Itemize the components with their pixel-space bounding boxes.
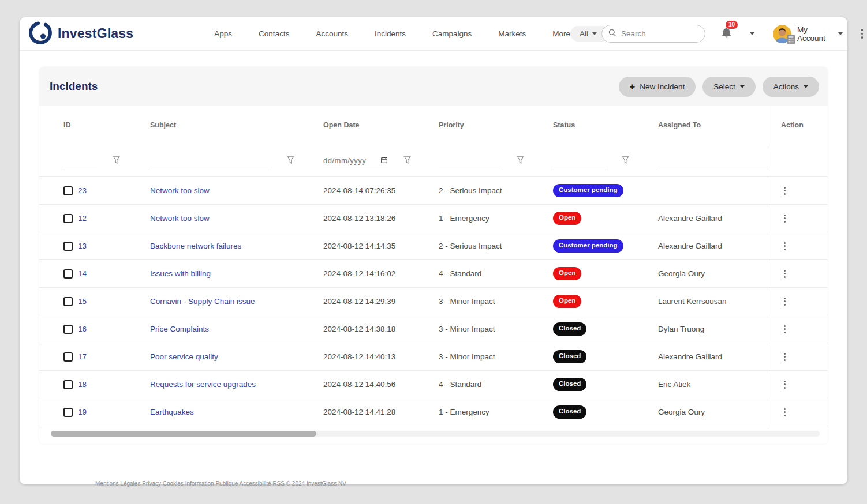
row-checkbox[interactable]	[63, 408, 73, 417]
footer-links[interactable]: Mentions Légales Privacy Cookies Informa…	[95, 480, 346, 487]
my-account-menu[interactable]: My Account	[797, 25, 843, 43]
calendar-icon[interactable]	[380, 156, 388, 166]
table-row: 12 Network too slow 2024-08-12 13:18:26 …	[39, 204, 828, 232]
assigned-to-filter-input[interactable]	[658, 154, 767, 170]
priority-value: 3 - Minor Impact	[439, 352, 495, 361]
row-actions-kebab-icon[interactable]	[781, 239, 788, 253]
column-header-action: Action	[768, 106, 828, 144]
row-checkbox[interactable]	[63, 352, 73, 362]
table-filter-row: dd/mm/yyyy	[39, 144, 828, 176]
incident-id-link[interactable]: 12	[78, 214, 87, 223]
nav-item-incidents[interactable]: Incidents	[375, 29, 406, 38]
nav-item-markets[interactable]: Markets	[498, 29, 526, 38]
status-badge: Customer pending	[553, 239, 623, 253]
nav-item-campaigns[interactable]: Campaigns	[432, 29, 472, 38]
filter-funnel-icon[interactable]	[621, 156, 630, 167]
incident-id-link[interactable]: 19	[78, 408, 87, 416]
open-date-value: 2024-08-14 07:26:35	[323, 186, 395, 195]
open-date-filter-input[interactable]: dd/mm/yyyy	[323, 154, 388, 170]
brand-name: InvestGlass	[58, 26, 133, 42]
filter-funnel-icon[interactable]	[112, 156, 121, 167]
incident-id-link[interactable]: 17	[78, 352, 87, 361]
incident-subject-link[interactable]: Issues with billing	[150, 269, 211, 278]
actions-button[interactable]: Actions	[763, 77, 819, 97]
column-header-open-date[interactable]: Open Date	[323, 121, 439, 129]
column-header-assigned-to[interactable]: Assigned To	[658, 121, 768, 129]
horizontal-scrollbar-track[interactable]	[51, 431, 820, 437]
priority-filter-input[interactable]	[439, 154, 501, 170]
row-checkbox[interactable]	[63, 242, 73, 251]
row-actions-kebab-icon[interactable]	[781, 405, 788, 419]
filter-funnel-icon[interactable]	[403, 156, 412, 167]
incident-subject-link[interactable]: Network too slow	[150, 186, 210, 195]
chevron-down-icon	[740, 85, 745, 88]
status-filter-input[interactable]	[553, 154, 606, 170]
nav-item-contacts[interactable]: Contacts	[259, 29, 289, 38]
incident-subject-link[interactable]: Earthquakes	[150, 408, 194, 416]
incident-subject-link[interactable]: Backbone network failures	[150, 242, 241, 250]
assigned-to-value: Alexandre Gaillard	[658, 214, 722, 223]
topbar-overflow-kebab-icon[interactable]	[859, 27, 866, 41]
chevron-down-icon	[838, 32, 843, 35]
nav-item-apps[interactable]: Apps	[214, 29, 232, 38]
incident-id-link[interactable]: 13	[78, 242, 87, 250]
user-avatar[interactable]	[773, 25, 791, 43]
row-actions-kebab-icon[interactable]	[781, 350, 788, 364]
notifications-chevron-down-icon[interactable]	[750, 32, 754, 35]
row-checkbox[interactable]	[63, 297, 73, 306]
open-date-value: 2024-08-12 14:40:13	[323, 352, 395, 361]
horizontal-scrollbar-thumb[interactable]	[51, 431, 316, 437]
row-checkbox[interactable]	[63, 214, 73, 223]
table-row: 13 Backbone network failures 2024-08-12 …	[39, 232, 828, 259]
search-field[interactable]	[601, 25, 705, 43]
column-header-id[interactable]: ID	[63, 121, 150, 129]
table-body: 23 Network too slow 2024-08-14 07:26:35 …	[39, 176, 828, 426]
incident-id-link[interactable]: 15	[78, 297, 87, 306]
filter-funnel-icon[interactable]	[286, 156, 295, 167]
incident-subject-link[interactable]: Cornavin - Supply Chain issue	[150, 297, 255, 306]
brand-logo[interactable]: InvestGlass	[28, 20, 133, 48]
assigned-to-value: Alexandre Gaillard	[658, 352, 722, 361]
row-actions-kebab-icon[interactable]	[781, 184, 788, 198]
incident-subject-link[interactable]: Poor service quality	[150, 352, 218, 361]
nav-item-accounts[interactable]: Accounts	[316, 29, 348, 38]
table-row: 18 Requests for service upgrades 2024-08…	[39, 370, 828, 398]
incident-subject-link[interactable]: Requests for service upgrades	[150, 380, 256, 389]
filter-funnel-icon[interactable]	[516, 156, 525, 167]
status-badge: Closed	[553, 405, 586, 419]
column-header-status[interactable]: Status	[553, 121, 658, 129]
open-date-value: 2024-08-12 14:14:35	[323, 242, 395, 250]
row-checkbox[interactable]	[63, 186, 73, 195]
search-input[interactable]	[621, 29, 696, 38]
open-date-value: 2024-08-12 14:38:18	[323, 325, 395, 333]
incident-subject-link[interactable]: Price Complaints	[150, 325, 209, 333]
incident-id-link[interactable]: 23	[78, 186, 87, 195]
incident-subject-link[interactable]: Network too slow	[150, 214, 210, 223]
incident-id-link[interactable]: 18	[78, 380, 87, 389]
id-filter-input[interactable]	[63, 154, 97, 170]
chevron-down-icon	[804, 85, 808, 88]
row-actions-kebab-icon[interactable]	[781, 322, 788, 336]
row-checkbox[interactable]	[63, 325, 73, 334]
row-checkbox[interactable]	[63, 269, 73, 279]
column-header-priority[interactable]: Priority	[439, 121, 553, 129]
incident-id-link[interactable]: 16	[78, 325, 87, 333]
row-actions-kebab-icon[interactable]	[781, 295, 788, 309]
table-row: 16 Price Complaints 2024-08-12 14:38:18 …	[39, 315, 828, 343]
assigned-to-value: Eric Atiek	[658, 380, 690, 389]
row-actions-kebab-icon[interactable]	[781, 212, 788, 225]
status-badge: Closed	[553, 378, 586, 391]
table-row: 19 Earthquakes 2024-08-12 14:41:28 1 - E…	[39, 398, 828, 426]
column-header-subject[interactable]: Subject	[150, 121, 323, 129]
priority-value: 3 - Minor Impact	[439, 325, 495, 333]
row-actions-kebab-icon[interactable]	[781, 378, 788, 392]
select-button[interactable]: Select	[702, 77, 756, 97]
nav-item-more[interactable]: More	[552, 29, 570, 38]
incident-id-link[interactable]: 14	[78, 269, 87, 278]
subject-filter-input[interactable]	[150, 154, 271, 170]
row-checkbox[interactable]	[63, 380, 73, 389]
notifications-button[interactable]: 10	[720, 26, 733, 42]
table-row: 17 Poor service quality 2024-08-12 14:40…	[39, 343, 828, 370]
new-incident-button[interactable]: + New Incident	[619, 77, 696, 97]
row-actions-kebab-icon[interactable]	[781, 267, 788, 281]
